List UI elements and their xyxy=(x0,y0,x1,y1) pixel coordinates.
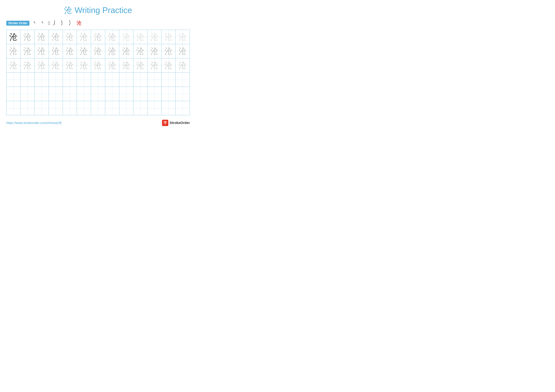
grid-cell-1-1[interactable]: 沧 xyxy=(7,30,21,44)
stroke-7: 沧 xyxy=(77,20,82,27)
grid-cell-5-11[interactable] xyxy=(147,87,161,101)
grid-cell-3-3[interactable]: 沧 xyxy=(35,58,49,72)
grid-cell-4-1[interactable] xyxy=(7,73,21,87)
grid-cell-5-4[interactable] xyxy=(49,87,63,101)
grid-cell-1-10[interactable]: 沧 xyxy=(133,30,147,44)
grid-cell-1-11[interactable]: 沧 xyxy=(147,30,161,44)
grid-cell-1-9[interactable]: 沧 xyxy=(119,30,133,44)
grid-cell-1-12[interactable]: 沧 xyxy=(161,30,175,44)
grid-cell-3-9[interactable]: 沧 xyxy=(119,58,133,72)
grid-cell-3-13[interactable]: 沧 xyxy=(175,58,190,72)
title-text: 沧 Writing Practice xyxy=(64,6,132,15)
stroke-order-row: Stroke Order 丶 丶 𠃊 丿 氵 冫 沧 xyxy=(6,20,190,27)
grid-cell-5-6[interactable] xyxy=(77,87,91,101)
grid-cell-6-11[interactable] xyxy=(147,101,161,115)
grid-cell-2-2[interactable]: 沧 xyxy=(21,44,35,58)
grid-cell-3-12[interactable]: 沧 xyxy=(161,58,175,72)
grid-cell-6-2[interactable] xyxy=(21,101,35,115)
char-display: 沧 xyxy=(122,47,130,55)
char-display: 沧 xyxy=(94,47,102,55)
char-display: 沧 xyxy=(66,33,74,41)
char-display: 沧 xyxy=(37,47,46,55)
grid-cell-1-7[interactable]: 沧 xyxy=(91,30,105,44)
char-display: 沧 xyxy=(178,47,187,55)
grid-row-2: 沧 沧 沧 沧 沧 沧 沧 沧 沧 沧 沧 沧 沧 xyxy=(7,44,190,58)
char-display: 沧 xyxy=(80,61,88,70)
grid-cell-4-2[interactable] xyxy=(21,73,35,87)
grid-cell-4-5[interactable] xyxy=(63,73,77,87)
char-display: 沧 xyxy=(23,33,32,41)
grid-cell-3-7[interactable]: 沧 xyxy=(91,58,105,72)
grid-cell-1-2[interactable]: 沧 xyxy=(21,30,35,44)
grid-cell-3-5[interactable]: 沧 xyxy=(63,58,77,72)
grid-cell-6-5[interactable] xyxy=(63,101,77,115)
grid-cell-3-6[interactable]: 沧 xyxy=(77,58,91,72)
grid-cell-4-9[interactable] xyxy=(119,73,133,87)
grid-cell-6-1[interactable] xyxy=(7,101,21,115)
grid-cell-6-8[interactable] xyxy=(105,101,119,115)
grid-cell-2-10[interactable]: 沧 xyxy=(133,44,147,58)
char-display: 沧 xyxy=(66,61,74,70)
footer-brand: 字 StrokeOrder xyxy=(162,120,190,126)
grid-cell-4-10[interactable] xyxy=(133,73,147,87)
grid-cell-6-12[interactable] xyxy=(161,101,175,115)
grid-cell-3-10[interactable]: 沧 xyxy=(133,58,147,72)
grid-cell-1-4[interactable]: 沧 xyxy=(49,30,63,44)
grid-cell-2-11[interactable]: 沧 xyxy=(147,44,161,58)
grid-cell-4-4[interactable] xyxy=(49,73,63,87)
grid-cell-5-9[interactable] xyxy=(119,87,133,101)
grid-cell-6-7[interactable] xyxy=(91,101,105,115)
grid-cell-1-6[interactable]: 沧 xyxy=(77,30,91,44)
grid-cell-3-4[interactable]: 沧 xyxy=(49,58,63,72)
char-display: 沧 xyxy=(51,33,60,41)
grid-cell-5-10[interactable] xyxy=(133,87,147,101)
grid-cell-5-8[interactable] xyxy=(105,87,119,101)
grid-cell-6-9[interactable] xyxy=(119,101,133,115)
grid-cell-4-6[interactable] xyxy=(77,73,91,87)
grid-cell-4-3[interactable] xyxy=(35,73,49,87)
grid-cell-2-1[interactable]: 沧 xyxy=(7,44,21,58)
grid-cell-5-7[interactable] xyxy=(91,87,105,101)
grid-cell-2-3[interactable]: 沧 xyxy=(35,44,49,58)
grid-cell-5-1[interactable] xyxy=(7,87,21,101)
grid-cell-2-8[interactable]: 沧 xyxy=(105,44,119,58)
grid-cell-4-13[interactable] xyxy=(175,73,190,87)
grid-cell-2-7[interactable]: 沧 xyxy=(91,44,105,58)
grid-cell-5-5[interactable] xyxy=(63,87,77,101)
grid-cell-5-12[interactable] xyxy=(161,87,175,101)
grid-cell-6-10[interactable] xyxy=(133,101,147,115)
grid-cell-1-5[interactable]: 沧 xyxy=(63,30,77,44)
grid-cell-5-13[interactable] xyxy=(175,87,190,101)
footer-url[interactable]: https://www.strokeorder.com/chinese/沧 xyxy=(6,121,62,125)
grid-cell-2-13[interactable]: 沧 xyxy=(175,44,190,58)
grid-cell-6-13[interactable] xyxy=(175,101,190,115)
char-display: 沧 xyxy=(66,47,74,55)
grid-cell-3-1[interactable]: 沧 xyxy=(7,58,21,72)
grid-cell-6-3[interactable] xyxy=(35,101,49,115)
char-display: 沧 xyxy=(136,33,145,41)
grid-row-1: 沧 沧 沧 沧 沧 沧 沧 沧 沧 沧 沧 沧 沧 xyxy=(7,30,190,44)
grid-cell-3-8[interactable]: 沧 xyxy=(105,58,119,72)
grid-cell-2-9[interactable]: 沧 xyxy=(119,44,133,58)
grid-cell-4-12[interactable] xyxy=(161,73,175,87)
grid-cell-4-7[interactable] xyxy=(91,73,105,87)
grid-cell-5-3[interactable] xyxy=(35,87,49,101)
grid-cell-1-13[interactable]: 沧 xyxy=(175,30,190,44)
title-section: 沧 Writing Practice xyxy=(6,5,190,16)
grid-cell-2-12[interactable]: 沧 xyxy=(161,44,175,58)
grid-cell-2-5[interactable]: 沧 xyxy=(63,44,77,58)
grid-cell-6-6[interactable] xyxy=(77,101,91,115)
grid-cell-3-2[interactable]: 沧 xyxy=(21,58,35,72)
char-display: 沧 xyxy=(80,33,88,41)
grid-cell-1-8[interactable]: 沧 xyxy=(105,30,119,44)
char-display: 沧 xyxy=(108,47,116,55)
brand-char: 字 xyxy=(163,121,167,125)
grid-cell-2-6[interactable]: 沧 xyxy=(77,44,91,58)
grid-cell-1-3[interactable]: 沧 xyxy=(35,30,49,44)
grid-cell-5-2[interactable] xyxy=(21,87,35,101)
grid-cell-4-8[interactable] xyxy=(105,73,119,87)
grid-cell-3-11[interactable]: 沧 xyxy=(147,58,161,72)
grid-cell-2-4[interactable]: 沧 xyxy=(49,44,63,58)
grid-cell-6-4[interactable] xyxy=(49,101,63,115)
grid-cell-4-11[interactable] xyxy=(147,73,161,87)
